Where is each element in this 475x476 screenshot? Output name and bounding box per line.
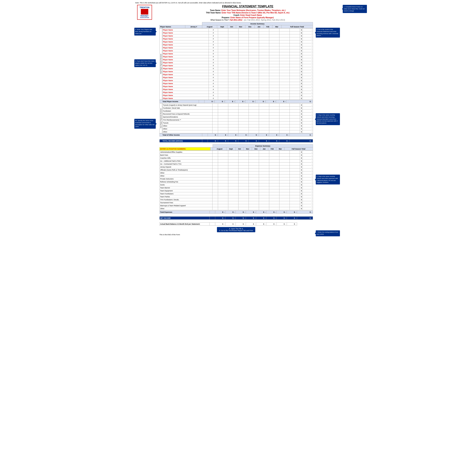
dec-col: Dec [246,25,255,28]
player-name-cell[interactable]: Player Name [162,94,209,97]
jersey-cell[interactable]: # [209,55,218,58]
player-row: Player Name # $ - [162,85,313,88]
jersey-cell[interactable]: # [209,91,218,94]
other-income-row: Recovered Fees & Deposit Refunds $ - [162,113,313,116]
jersey-cell[interactable]: # [209,76,218,79]
expense-row: Other: $ - [159,174,313,177]
nov-col: Nov [236,25,245,28]
jersey-cell[interactable]: # [209,49,218,52]
jersey-cell[interactable]: # [209,85,218,88]
callout-5b: 5b. Specify the name of the fundraiser a… [134,119,156,129]
oct-col: Oct [227,25,236,28]
expense-row: Team Parties $ - [159,195,313,198]
coach-value: Enter Head Coach Name [240,14,262,16]
jersey-cell[interactable]: # [209,88,218,91]
total-other-income-label: Total of Other Income [159,134,202,136]
total-expenses-label: Total Expenses [159,211,210,214]
player-name-cell[interactable]: Player Name [162,70,209,73]
player-names-col: Player Names [159,25,185,28]
expense-row: Administrative/Office Supplies $ - [159,151,313,153]
expense-row: Team Equipment $ - [159,189,313,192]
player-name-cell[interactable]: Player Name [162,82,209,85]
jersey-cell[interactable]: # [209,64,218,67]
callout-4: 4. Go to the month of the Financial Stat… [316,28,340,37]
expense-summary-header: Expense Summary [213,144,313,147]
other-income-row: Other: $ - [162,124,313,127]
player-name-cell[interactable]: Player Name [162,49,209,52]
other-income-row: Other: $ - [162,130,313,133]
expense-row: Coaches Gifts $ - [159,156,313,160]
callout-5: 5. Stay in the same monthly column and e… [316,113,340,125]
player-name-cell[interactable]: Player Name [162,58,209,61]
expense-row: Tournament Fees $ - [159,201,313,204]
player-name-cell[interactable]: Player Name [162,55,209,58]
expense-row: Ice - Additional Paid to Rink $ - [159,160,313,163]
player-name-cell[interactable]: Player Name [162,76,209,79]
jan-col: Jan [255,25,263,28]
other-income-row: THA Reimbursements ** $ - [162,119,313,121]
jersey-cell[interactable]: # [209,61,218,64]
expense-row: Other: $ - [159,171,313,174]
player-name-cell[interactable]: Player Name [162,85,209,88]
player-row: Player Name # $ - [162,34,313,37]
player-name-cell[interactable]: Player Name [162,61,209,64]
income-summary-header: Income Summary [202,22,313,25]
jersey-cell[interactable]: # [209,46,218,49]
fall-season-total-col: Fall Season Total [281,25,313,28]
expense-row: Jersey Deposit $ - [159,166,313,169]
player-name-cell[interactable]: Player Name [162,52,209,55]
player-row: Player Name # $ - [162,32,313,34]
sept-col: Sept [217,25,227,28]
jersey-cell[interactable]: # [209,73,218,76]
jersey-cell[interactable]: # [209,82,218,85]
jersey-cell[interactable]: # [209,58,218,61]
player-row: Player Name # $ - [162,82,313,85]
tha-name-value: Enter Your THA Name-Division & Team # (M… [222,12,289,14]
player-name-cell[interactable]: Player Name [162,88,209,91]
coach-label: Coach: [233,14,240,16]
tha-name-label: THA Team Name: [206,12,221,14]
jersey-cell[interactable]: # [209,32,218,34]
jersey-cell[interactable]: # [209,40,218,43]
vertical-label-non-player: Non Player Payments Received [159,103,162,133]
save-line1: 8. Save The File & [219,228,253,230]
jersey-cell[interactable]: # [209,67,218,70]
expense-row: Team Fundraisers $ - [159,192,313,195]
expense-row: Bank Fees $ - [159,153,313,156]
player-name-cell[interactable]: Player Name [162,34,209,37]
jersey-cell[interactable]: # [209,34,218,37]
jersey-cell[interactable]: # [209,37,218,40]
jersey-cell[interactable]: # [209,28,218,32]
player-name-cell[interactable]: Player Name [162,32,209,34]
player-row: Player Name # $ - [162,61,313,64]
season-value: Fall 2011-2012 [229,19,242,21]
other-income-row: Fundraiser: Decal Sale $ - [162,106,313,110]
preparer-label: Preparer: [222,17,230,18]
save-button-area[interactable]: 8. Save The File & 9. Go to the THA/Pare… [159,227,313,232]
player-name-cell[interactable]: Player Name [162,28,209,32]
other-income-row: Fundraiser: $ - [162,110,313,113]
player-name-cell[interactable]: Player Name [162,91,209,94]
player-name-cell[interactable]: Player Name [162,43,209,46]
total-player-income-label: Total Player Income [159,100,199,103]
player-name-cell[interactable]: Player Name [162,73,209,76]
player-name-cell[interactable]: Player Name [162,37,209,40]
expense-row: Ice - Contracted Paid to THA $ - [159,163,313,166]
player-name-cell[interactable]: Player Name [162,46,209,49]
jersey-cell[interactable]: # [209,52,218,55]
player-row: Player Name # $ - [162,64,313,67]
jersey-cell[interactable]: # [209,43,218,46]
player-name-cell[interactable]: Player Name [162,64,209,67]
jersey-cell[interactable]: # [209,70,218,73]
player-name-cell[interactable]: Player Name [162,67,209,70]
player-name-cell[interactable]: Player Name [162,40,209,43]
player-row: Player Name # $ - [162,52,313,55]
jersey-cell[interactable]: # [209,97,218,100]
feb-col: Feb [263,25,272,28]
player-row: Player Name # $ - [162,28,313,32]
player-name-cell[interactable]: Player Name [162,97,209,100]
player-name-cell[interactable]: Player Name [162,79,209,82]
expense-row: Warmups & Team Related Apparel $ - [159,204,313,207]
jersey-cell[interactable]: # [209,79,218,82]
jersey-cell[interactable]: # [209,94,218,97]
